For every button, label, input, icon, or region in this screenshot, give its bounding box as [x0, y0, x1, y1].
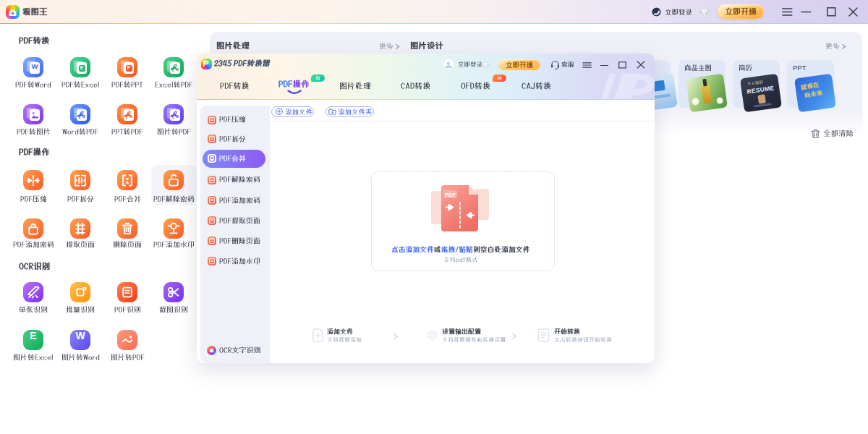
svg-text:PDF: PDF	[445, 192, 456, 198]
